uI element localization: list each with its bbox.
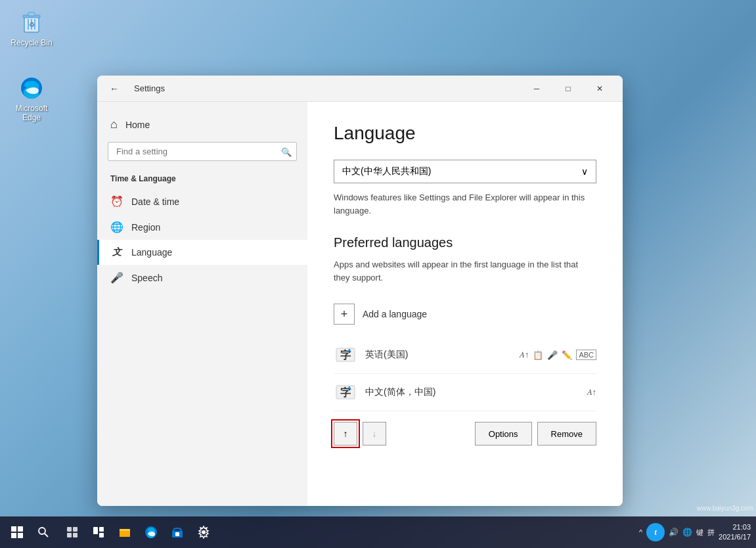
svg-rect-14	[11, 526, 16, 532]
date-display: 2021/6/17	[719, 532, 751, 542]
svg-rect-24	[93, 527, 98, 534]
add-plus-icon: +	[334, 304, 355, 325]
taskbar-files-button[interactable]	[113, 520, 137, 544]
english-lang-features: 𝐴↑ 📋 🎤 ✏️ ABC	[520, 350, 596, 360]
svg-rect-23	[73, 533, 78, 537]
speech-icon: 🎤	[110, 271, 123, 284]
move-up-button[interactable]: ↑	[334, 422, 357, 445]
display-language-dropdown[interactable]: 中文(中华人民共和国) ∨	[334, 160, 596, 183]
search-box: 🔍	[108, 142, 297, 161]
feature-edit-icon: ✏️	[562, 350, 572, 360]
taskbar-right: ^ t 🔊 🌐 键 拼 21:03 2021/6/17	[639, 522, 751, 543]
minimize-button[interactable]: ─	[522, 78, 552, 99]
move-down-button[interactable]: ↓	[363, 422, 386, 445]
settings-window: ← Settings ─ □ ✕ ⌂	[97, 76, 623, 506]
svg-rect-21	[73, 527, 78, 532]
svg-line-19	[45, 534, 48, 537]
svg-text:A: A	[347, 348, 351, 354]
remove-button[interactable]: Remove	[537, 422, 596, 445]
speech-label: Speech	[131, 273, 162, 283]
desktop-icon-edge[interactable]: Microsoft Edge	[5, 72, 58, 126]
svg-rect-20	[67, 527, 72, 532]
svg-rect-16	[11, 533, 16, 538]
back-button[interactable]: ←	[105, 80, 123, 98]
sidebar-item-language[interactable]: 文 Language	[97, 240, 307, 265]
network-icon[interactable]: 🌐	[682, 528, 692, 537]
taskbar: ^ t 🔊 🌐 键 拼 21:03 2021/6/17	[0, 516, 756, 548]
tray-arrow-icon[interactable]: ^	[639, 528, 642, 536]
time-display: 21:03	[719, 522, 751, 532]
language-description: Windows features like Settings and File …	[334, 191, 596, 217]
page-title: Language	[334, 123, 596, 144]
edge-icon	[18, 75, 45, 101]
title-bar: ← Settings ─ □ ✕	[97, 76, 623, 102]
svg-text:♻: ♻	[29, 21, 35, 28]
bottom-controls: ↑ ↓ Options Remove	[334, 422, 596, 445]
feature-speech-icon: 🎤	[547, 350, 558, 360]
sidebar-item-home[interactable]: ⌂ Home	[97, 112, 307, 137]
chinese-lang-features: 𝐴↑	[587, 387, 597, 398]
window-title: Settings	[134, 83, 165, 93]
svg-rect-25	[99, 527, 104, 532]
maximize-button[interactable]: □	[553, 78, 583, 99]
options-button[interactable]: Options	[475, 422, 532, 445]
window-body: ⌂ Home 🔍 Time & Language ⏰ Date & time 🌐	[97, 102, 623, 506]
taskbar-time[interactable]: 21:03 2021/6/17	[719, 522, 751, 543]
recycle-bin-icon: ♻	[18, 9, 45, 35]
svg-point-18	[39, 528, 45, 534]
add-language-label: Add a language	[363, 309, 427, 319]
feature-move-icon: 𝐴↑	[587, 387, 597, 398]
twitter-icon[interactable]: t	[646, 523, 665, 541]
preferred-description: Apps and websites will appear in the fir…	[334, 258, 596, 284]
start-button[interactable]	[5, 520, 29, 544]
add-language-button[interactable]: + Add a language	[334, 297, 596, 331]
svg-rect-2	[28, 12, 35, 16]
search-icon: 🔍	[281, 147, 292, 156]
svg-rect-17	[18, 533, 23, 538]
home-label: Home	[125, 120, 150, 130]
taskbar-grid-button[interactable]	[87, 520, 110, 544]
feature-abc-icon: ABC	[576, 350, 596, 360]
sidebar-section-title: Time & Language	[97, 171, 307, 189]
recycle-bin-label: Recycle Bin	[11, 38, 52, 47]
search-input[interactable]	[108, 142, 297, 161]
language-label: Language	[131, 247, 172, 258]
edge-label: Microsoft Edge	[8, 104, 55, 123]
svg-rect-22	[67, 533, 72, 537]
desktop-icon-recycle-bin[interactable]: ♻ Recycle Bin	[5, 7, 58, 50]
volume-icon[interactable]: 🔊	[669, 528, 678, 537]
sidebar-item-region[interactable]: 🌐 Region	[97, 214, 307, 240]
keyboard-icon[interactable]: 键	[696, 528, 703, 537]
english-lang-name: 英语(美国)	[365, 349, 512, 361]
current-language-value: 中文(中华人民共和国)	[342, 166, 431, 177]
svg-point-32	[202, 530, 206, 534]
title-bar-nav: ← Settings	[105, 80, 165, 98]
dropdown-chevron-icon: ∨	[581, 166, 588, 177]
main-content: Language 中文(中华人民共和国) ∨ Windows features …	[307, 102, 623, 506]
svg-text:A: A	[347, 385, 351, 391]
language-icon: 文	[110, 246, 123, 258]
taskbar-icon-area	[60, 520, 215, 544]
region-icon: 🌐	[110, 221, 123, 233]
feature-handwriting-icon: 𝐴↑	[520, 350, 529, 360]
sidebar-item-speech[interactable]: 🎤 Speech	[97, 265, 307, 290]
home-icon: ⌂	[110, 118, 118, 131]
taskbar-store-button[interactable]	[166, 520, 189, 544]
close-button[interactable]: ✕	[585, 78, 615, 99]
svg-rect-15	[18, 526, 23, 532]
window-controls: ─ □ ✕	[522, 78, 615, 99]
desktop: ♻ Recycle Bin Microsoft Edge ← Settings	[0, 0, 756, 548]
date-time-icon: ⏰	[110, 195, 123, 208]
sidebar-item-date-time[interactable]: ⏰ Date & time	[97, 189, 307, 214]
svg-rect-31	[175, 532, 179, 536]
taskbar-search-button[interactable]	[32, 520, 55, 544]
taskbar-settings-button[interactable]	[192, 520, 215, 544]
taskbar-explorer-button[interactable]	[60, 520, 84, 544]
language-item-english[interactable]: 字 A 英语(美国) 𝐴↑ 📋 🎤 ✏️ ABC	[334, 336, 596, 374]
system-tray: ^ t 🔊 🌐 键 拼	[639, 523, 715, 541]
preferred-title: Preferred languages	[334, 235, 596, 250]
language-item-chinese[interactable]: 字 A 中文(简体，中国) 𝐴↑	[334, 374, 596, 411]
ime-icon[interactable]: 拼	[707, 528, 715, 537]
taskbar-edge-button[interactable]	[139, 520, 163, 544]
feature-clipboard-icon: 📋	[533, 350, 543, 360]
